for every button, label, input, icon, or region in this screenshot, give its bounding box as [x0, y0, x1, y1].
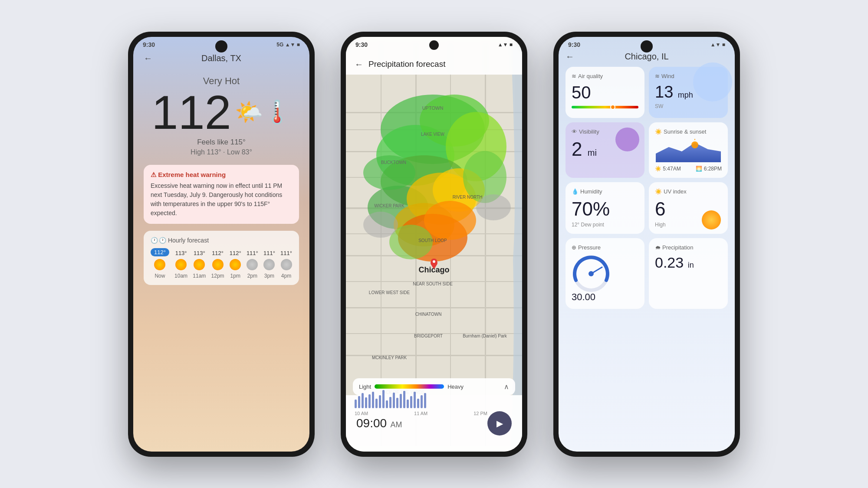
precip-unit: in	[688, 261, 694, 269]
humidity-icon: 💧	[572, 188, 579, 195]
time-wrapper: 09:00 AM	[356, 416, 402, 430]
hour-label-6: 3pm	[264, 273, 274, 279]
sunset-time: 🌅 6:28PM	[696, 166, 722, 172]
timeline-label-12pm: 12 PM	[473, 411, 487, 416]
back-button-1[interactable]: ←	[144, 53, 152, 63]
hour-label-4: 1pm	[230, 273, 240, 279]
hour-item-2: 113° 11am	[193, 250, 206, 279]
hour-temp-5: 111°	[247, 250, 258, 256]
timeline-bar	[355, 400, 357, 408]
svg-text:SOUTH LOOP: SOUTH LOOP	[418, 238, 447, 243]
status-bar-2: 9:30 ▲▼ ■	[346, 37, 522, 50]
svg-point-27	[424, 201, 476, 240]
hour-label-5: 2pm	[247, 273, 257, 279]
wind-circle-bg	[693, 62, 732, 102]
status-time-2: 9:30	[355, 41, 368, 48]
timeline-label-11am: 11 AM	[414, 411, 427, 416]
svg-text:NEAR SOUTH SIDE: NEAR SOUTH SIDE	[413, 282, 453, 286]
precip-icon: 🌧	[655, 244, 661, 251]
svg-point-49	[691, 141, 698, 148]
visibility-unit: mi	[588, 148, 597, 157]
humidity-value: 70%	[572, 198, 638, 220]
timeline-label-10am: 10 AM	[355, 411, 368, 416]
timeline-bar	[382, 390, 385, 408]
map-back-button[interactable]: ←	[355, 59, 363, 69]
hour-item-1: 113° 10am	[174, 250, 187, 279]
timeline-bar	[362, 393, 364, 408]
hour-temp-1: 113°	[175, 250, 187, 256]
hour-sun-4	[230, 259, 241, 270]
pressure-gauge-svg	[572, 254, 611, 293]
vis-circle	[615, 128, 639, 151]
timeline-bar	[379, 395, 381, 408]
nav-bar-1: ← Dallas, TX	[144, 50, 299, 69]
notch-2	[429, 40, 439, 50]
svg-text:CHINATOWN: CHINATOWN	[415, 312, 442, 317]
phone-chicago-details: 9:30 ▲▼ ■ ← Chicago, IL ≋ Air quality 50	[553, 32, 740, 457]
playback-time: 09:00	[356, 416, 387, 430]
svg-text:LOWER WEST SIDE: LOWER WEST SIDE	[369, 290, 410, 295]
phone-map: Chicago UPTOWN LAKE VIEW BUCKTOWN RIVER …	[341, 32, 527, 457]
timeline-bar	[407, 400, 409, 408]
timeline-bar	[375, 399, 378, 408]
uv-index-widget: ☀️ UV index 6 High	[649, 182, 728, 234]
pressure-title: ⊕ Pressure	[572, 244, 638, 251]
timeline-bar	[396, 398, 398, 408]
timeline-bar	[389, 397, 391, 408]
wind-icon: ≋	[655, 73, 660, 79]
timeline-bar	[414, 392, 416, 408]
timeline-bar	[410, 396, 412, 408]
sunrise-time: ☀️ 5:47AM	[655, 166, 681, 172]
hour-temp-7: 111°	[280, 250, 292, 256]
timeline-bar	[400, 394, 402, 408]
timeline-labels: 10 AM 11 AM 12 PM	[355, 411, 487, 416]
hourly-box-1: 🕐 🕐 Hourly forecast 112° Now 113° 10am	[144, 231, 299, 285]
hour-item-3: 112° 12pm	[211, 250, 224, 279]
svg-line-53	[591, 267, 602, 274]
condition-1: Very Hot	[144, 75, 299, 87]
sunrise-widget: ☀️ Sunrise & sunset	[649, 122, 728, 178]
feels-like-1: Feels like 115°	[144, 138, 299, 147]
hour-label-3: 12pm	[211, 273, 224, 279]
hour-sun-3	[212, 259, 224, 270]
status-time-3: 9:30	[568, 41, 580, 48]
sunrise-mountain-svg	[655, 138, 722, 162]
pressure-widget: ⊕ Pressure 30.00	[566, 238, 644, 309]
legend-chevron-icon[interactable]: ∧	[504, 383, 509, 391]
playback-ampm: AM	[391, 420, 402, 429]
svg-text:LAKE VIEW: LAKE VIEW	[421, 132, 444, 137]
sunrise-times: ☀️ 5:47AM 🌅 6:28PM	[655, 166, 722, 172]
pressure-icon: ⊕	[572, 244, 576, 251]
uv-sun-circle	[702, 210, 721, 229]
hour-item-0: 112° Now	[151, 248, 169, 279]
timeline-bar	[393, 393, 395, 408]
svg-point-35	[433, 260, 435, 263]
wind-dir: SW	[655, 103, 722, 109]
timeline-bar	[421, 395, 423, 408]
timeline-bar	[386, 400, 388, 408]
status-bar-3: 9:30 ▲▼ ■	[559, 37, 735, 50]
phone-dallas: 9:30 5G ▲▼ ■ ← Dallas, TX Very Hot 112 🌤…	[128, 32, 315, 457]
visibility-widget: 👁 Visibility 2 mi	[566, 122, 644, 178]
hour-sun-1	[175, 259, 187, 270]
hour-sun-6	[263, 259, 275, 270]
air-quality-widget: ≋ Air quality 50	[566, 67, 644, 118]
status-time-1: 9:30	[143, 41, 155, 48]
hour-label-2: 11am	[193, 273, 206, 279]
play-button[interactable]: ▶	[487, 411, 512, 436]
svg-text:BUCKTOWN: BUCKTOWN	[381, 160, 406, 165]
back-button-3[interactable]: ←	[566, 52, 574, 62]
hour-temp-3: 112°	[212, 250, 224, 256]
temperature-1: 112	[151, 88, 231, 136]
hour-label-0: Now	[155, 273, 165, 279]
wind-widget: ≋ Wind 13 mph SW	[649, 67, 728, 118]
city-name-3: Chicago, IL	[625, 52, 668, 62]
temp-display-1: 112 🌤️🌡️	[144, 88, 299, 136]
svg-text:RIVER NORTH: RIVER NORTH	[453, 195, 483, 200]
hour-temp-0: 112°	[151, 248, 169, 256]
clock-icon: 🕐	[151, 237, 158, 244]
svg-text:UPTOWN: UPTOWN	[422, 105, 444, 111]
alert-title-1: ⚠ Extreme heat warning	[151, 171, 292, 179]
sun-icon: ☀️	[655, 188, 662, 195]
notch-1	[215, 40, 227, 52]
